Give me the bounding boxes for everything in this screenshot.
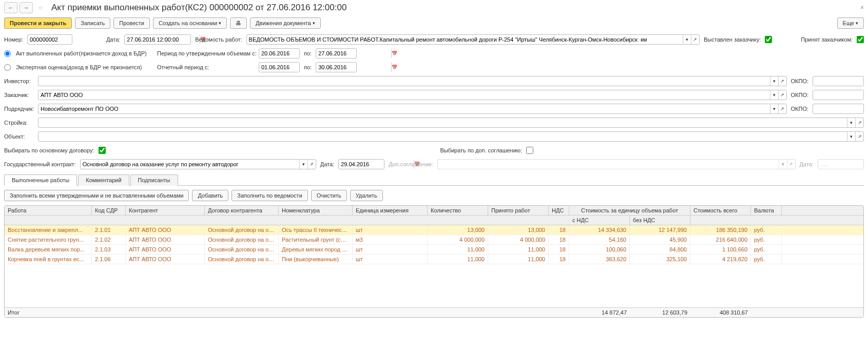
po-label-2: по:	[304, 64, 312, 70]
col-qty[interactable]: Количество	[428, 206, 488, 215]
table-row[interactable]: Восстановление и закрепл...2.1.01АПТ АВТ…	[5, 225, 863, 235]
col-total[interactable]: Стоимость всего	[690, 206, 751, 215]
back-button[interactable]: ←	[4, 2, 17, 13]
tab-comment[interactable]: Комментарий	[78, 174, 129, 186]
open-icon[interactable]: ↗	[778, 104, 786, 113]
chevron-down-icon[interactable]: ▾	[770, 76, 778, 86]
accepted-checkbox[interactable]	[857, 36, 864, 43]
table-row[interactable]: Корчевка пней в грунтах ес...2.1.06АПТ А…	[5, 255, 863, 264]
chevron-down-icon[interactable]: ▾	[770, 104, 778, 113]
po-label-1: по:	[304, 50, 312, 56]
number-input[interactable]	[27, 34, 72, 45]
post-close-button[interactable]: Провести и закрыть	[4, 17, 72, 29]
col-accepted[interactable]: Принято работ	[488, 206, 549, 215]
contractor-label: Подрядчик:	[4, 106, 34, 112]
object-label: Объект:	[4, 133, 34, 140]
add-button[interactable]: Добавить	[192, 190, 228, 201]
clear-button[interactable]: Очистить	[311, 190, 347, 201]
vedomost-combo[interactable]: ▾↗	[246, 34, 700, 45]
investor-label: Инвестор:	[4, 78, 34, 84]
investor-combo[interactable]: ▾↗	[38, 76, 787, 86]
gov-contract-label: Государственный контракт:	[4, 161, 76, 167]
tab-signers[interactable]: Подписанты	[130, 174, 178, 186]
movements-button[interactable]: Движения документа	[250, 17, 321, 29]
construction-combo[interactable]: ▾↗	[38, 118, 864, 128]
gov-date-label: Дата:	[320, 161, 334, 167]
period-from-input[interactable]: 📅	[259, 48, 300, 59]
vedomost-label: Ведомость работ:	[195, 36, 242, 43]
forward-button[interactable]: →	[20, 2, 33, 13]
contractor-combo[interactable]: ▾↗	[38, 104, 787, 114]
radio-act[interactable]	[4, 50, 11, 57]
issued-checkbox[interactable]	[765, 36, 772, 43]
chevron-down-icon: ▾	[779, 160, 787, 169]
chevron-down-icon[interactable]: ▾	[299, 160, 307, 169]
fill-ved-button[interactable]: Заполнить по ведомости	[232, 190, 308, 201]
chevron-down-icon[interactable]: ▾	[683, 35, 691, 44]
okpo-contractor-input[interactable]	[813, 104, 864, 114]
printer-icon: 🖶	[236, 20, 241, 26]
col-unit-cost[interactable]: Стоимость за единицу объема работ	[569, 206, 690, 215]
open-icon[interactable]: ↗	[307, 160, 316, 169]
main-contract-checkbox[interactable]	[99, 147, 106, 154]
dop-checkbox[interactable]	[526, 147, 533, 154]
calendar-icon[interactable]: 📅	[391, 49, 397, 58]
col-rabota[interactable]: Работа	[5, 206, 92, 215]
open-icon: ↗	[787, 160, 795, 169]
open-icon[interactable]: ↗	[778, 90, 786, 100]
report-to-input[interactable]: 📅	[316, 62, 357, 72]
create-from-button[interactable]: Создать на основании	[153, 17, 227, 29]
close-icon[interactable]: ×	[860, 4, 864, 11]
radio-act-label: Акт выполненных работ(признается доход в…	[16, 50, 147, 56]
col-currency[interactable]: Валюта	[751, 206, 782, 215]
okpo-label-3: ОКПО:	[791, 106, 808, 112]
calendar-icon[interactable]: 📅	[391, 63, 397, 72]
footer-label: Итог	[5, 308, 569, 317]
tab-works[interactable]: Выполненные работы	[4, 174, 77, 186]
more-button[interactable]: Еще	[837, 17, 864, 29]
gov-date-input[interactable]: 📅	[338, 159, 384, 169]
customer-combo[interactable]: ▾↗	[38, 90, 787, 100]
chevron-down-icon[interactable]: ▾	[847, 118, 855, 127]
report-period-label: Отчетный период с:	[157, 64, 255, 70]
issued-label: Выставлен заказчику:	[704, 36, 761, 43]
col-sdr[interactable]: Код СДР	[92, 206, 126, 215]
chevron-down-icon[interactable]: ▾	[770, 90, 778, 100]
radio-expert[interactable]	[4, 64, 11, 71]
period-to-input[interactable]: 📅	[316, 48, 357, 59]
date-label: Дата:	[106, 36, 120, 43]
customer-label: Заказчик:	[4, 92, 34, 98]
col-with-nds[interactable]: с НДС	[569, 216, 630, 225]
report-from-input[interactable]: 📅	[259, 62, 300, 72]
okpo-investor-input[interactable]	[813, 76, 864, 86]
table-row[interactable]: Валка деревьев мягких пор...2.1.03АПТ АВ…	[5, 245, 863, 255]
save-button[interactable]: Записать	[75, 17, 110, 29]
open-icon[interactable]: ↗	[691, 35, 699, 44]
chevron-down-icon[interactable]: ▾	[847, 132, 855, 141]
main-contract-label: Выбирать по основному договору:	[4, 147, 94, 153]
col-unit[interactable]: Единица измерения	[353, 206, 428, 215]
favorite-icon[interactable]: ☆	[35, 2, 46, 13]
open-icon[interactable]: ↗	[855, 118, 863, 127]
col-dogovor[interactable]: Договор контрагента	[205, 206, 279, 215]
col-nds[interactable]: НДС	[549, 206, 569, 215]
post-button[interactable]: Провести	[113, 17, 150, 29]
works-grid: Работа Код СДР Контрагент Договор контра…	[4, 205, 864, 318]
table-row[interactable]: Снятие растительного грун...2.1.02АПТ АВ…	[5, 235, 863, 245]
dop-select-label: Выбирать по доп. соглашению:	[440, 147, 522, 153]
open-icon[interactable]: ↗	[778, 76, 786, 86]
delete-button[interactable]: Удалить	[350, 190, 383, 201]
col-nomen[interactable]: Номенклатура	[279, 206, 353, 215]
col-contragent[interactable]: Контрагент	[126, 206, 205, 215]
gov-contract-combo[interactable]: ▾↗	[80, 159, 316, 169]
fill-approved-button[interactable]: Заполнить всеми утвержденными и не выста…	[4, 190, 189, 201]
open-icon[interactable]: ↗	[855, 132, 863, 141]
print-button[interactable]: 🖶	[230, 17, 247, 29]
date-input[interactable]: 📅	[124, 34, 191, 45]
okpo-label-1: ОКПО:	[791, 78, 808, 84]
period-approved-label: Период по утвержденным объемам с:	[157, 50, 255, 56]
okpo-customer-input[interactable]	[813, 90, 864, 100]
object-combo[interactable]: ▾↗	[38, 131, 864, 142]
footer-total: 408 310,67	[690, 308, 751, 317]
col-no-nds[interactable]: без НДС	[630, 216, 690, 225]
